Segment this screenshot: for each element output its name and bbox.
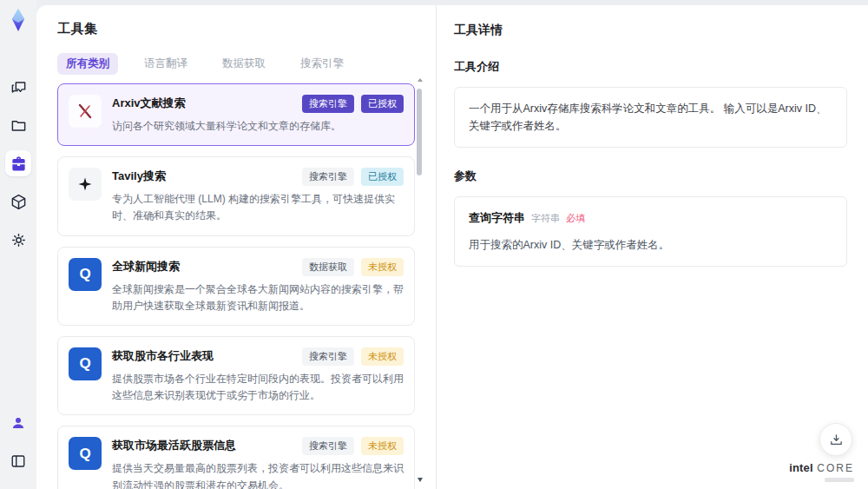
scroll-down-arrow-icon[interactable]: [418, 478, 423, 482]
tavily-sparkle-icon: [69, 168, 102, 201]
tab-search-engine[interactable]: 搜索引擎: [292, 53, 352, 75]
user-avatar-icon[interactable]: [5, 410, 31, 436]
param-required-badge: 必填: [566, 211, 585, 227]
tab-all-categories[interactable]: 所有类别: [57, 53, 118, 75]
tool-description: 专为人工智能代理 (LLM) 构建的搜索引擎工具，可快速提供实时、准确和真实的结…: [112, 191, 404, 224]
tool-description: 提供股票市场各个行业在特定时间段内的表现。投资者可以利用这些信息来识别表现优于或…: [112, 371, 404, 404]
download-button[interactable]: [819, 423, 852, 456]
page-title: 工具集: [57, 21, 436, 37]
tool-card-global-news[interactable]: Q 全球新闻搜索 数据获取 未授权 全球新闻搜索是一个聚合全球各大新闻网站内容的…: [57, 247, 415, 326]
active-stocks-icon: Q: [69, 437, 102, 470]
arxiv-icon: [69, 95, 102, 128]
category-badge: 搜索引擎: [302, 437, 354, 455]
intel-core-logo: intel core: [789, 459, 854, 482]
settings-gear-icon[interactable]: [5, 227, 31, 253]
tool-card-tavily[interactable]: Tavily搜索 搜索引擎 已授权 专为人工智能代理 (LLM) 构建的搜索引擎…: [57, 156, 415, 235]
category-badge: 搜索引擎: [302, 347, 354, 366]
tab-language-translation[interactable]: 语言翻译: [135, 53, 196, 75]
scroll-up-arrow-icon[interactable]: [418, 78, 423, 82]
category-tabs: 所有类别 语言翻译 数据获取 搜索引擎: [57, 53, 436, 75]
folder-icon[interactable]: [5, 112, 31, 138]
tool-name: 获取股市各行业表现: [112, 347, 302, 364]
intro-box: 一个用于从Arxiv存储库搜索科学论文和文章的工具。 输入可以是Arxiv ID…: [454, 87, 847, 148]
category-badge: 搜索引擎: [302, 168, 354, 186]
tools-briefcase-icon[interactable]: [5, 150, 31, 176]
tools-panel: 工具集 所有类别 语言翻译 数据获取 搜索引擎 Arxiv文献搜索: [36, 5, 437, 489]
brand-underline: [825, 478, 854, 482]
tab-data-acquisition[interactable]: 数据获取: [214, 53, 274, 75]
detail-title: 工具详情: [454, 23, 847, 38]
main-surface: 工具集 所有类别 语言翻译 数据获取 搜索引擎 Arxiv文献搜索: [36, 5, 868, 489]
tool-description: 全球新闻搜索是一个聚合全球各大新闻网站内容的搜索引擎，帮助用户快速获取全球最新资…: [112, 281, 404, 314]
auth-badge: 未授权: [361, 347, 404, 366]
chat-icon[interactable]: [5, 74, 31, 100]
list-scrollbar[interactable]: [417, 78, 423, 482]
tool-name: Arxiv文献搜索: [112, 95, 302, 111]
tool-description: 提供当天交易量最高的股票列表，投资者可以利用这些信息来识别流动性强的股票和潜在的…: [112, 460, 404, 489]
collapse-panel-icon[interactable]: [5, 448, 31, 474]
tool-card-arxiv[interactable]: Arxiv文献搜索 搜索引擎 已授权 访问各个研究领域大量科学论文和文章的存储库…: [57, 83, 415, 146]
param-type: 字符串: [531, 211, 560, 227]
app-logo: [5, 7, 31, 33]
tool-card-active-stocks[interactable]: Q 获取市场最活跃股票信息 搜索引擎 未授权 提供当天交易量最高的股票列表，投资…: [57, 426, 415, 489]
scrollbar-thumb[interactable]: [417, 89, 422, 175]
tool-detail-panel: 工具详情 工具介绍 一个用于从Arxiv存储库搜索科学论文和文章的工具。 输入可…: [437, 5, 868, 489]
news-search-icon: Q: [69, 258, 102, 291]
tool-name: 全球新闻搜索: [112, 258, 302, 274]
tool-description: 访问各个研究领域大量科学论文和文章的存储库。: [112, 118, 404, 135]
package-cube-icon[interactable]: [5, 188, 31, 215]
auth-badge: 已授权: [361, 95, 404, 113]
auth-badge: 未授权: [361, 437, 404, 455]
brand-intel: intel: [789, 461, 813, 474]
tool-card-stock-sectors[interactable]: Q 获取股市各行业表现 搜索引擎 未授权 提供股票市场各个行业在特定时间段内的表…: [57, 336, 415, 415]
tool-name: Tavily搜索: [112, 168, 302, 184]
tool-name: 获取市场最活跃股票信息: [112, 437, 302, 453]
category-badge: 数据获取: [302, 258, 354, 276]
category-badge: 搜索引擎: [302, 95, 354, 113]
brand-core: core: [817, 462, 854, 474]
param-box: 查询字符串 字符串 必填 用于搜索的Arxiv ID、关键字或作者姓名。: [454, 196, 847, 267]
sidebar-rail: [0, 0, 36, 489]
param-description: 用于搜索的Arxiv ID、关键字或作者姓名。: [469, 236, 832, 254]
intro-text: 一个用于从Arxiv存储库搜索科学论文和文章的工具。 输入可以是Arxiv ID…: [469, 102, 827, 132]
auth-badge: 已授权: [361, 168, 404, 186]
params-heading: 参数: [454, 169, 847, 184]
param-name: 查询字符串: [469, 209, 525, 228]
tool-list: Arxiv文献搜索 搜索引擎 已授权 访问各个研究领域大量科学论文和文章的存储库…: [57, 83, 415, 489]
auth-badge: 未授权: [361, 258, 404, 276]
intro-heading: 工具介绍: [454, 59, 847, 75]
stock-sector-icon: Q: [69, 347, 102, 380]
